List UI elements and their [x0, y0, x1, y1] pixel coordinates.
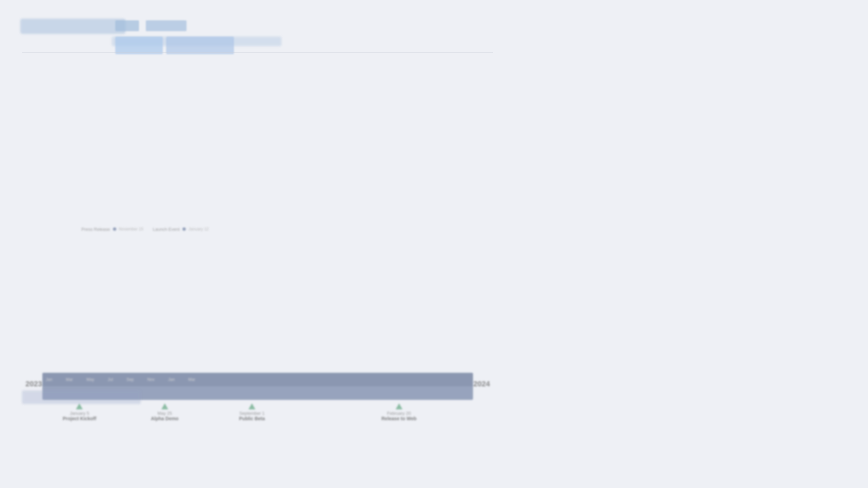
- header-blur-1: [115, 20, 139, 31]
- press-release-text: Press Release: [81, 227, 110, 232]
- gantt-container: Develop PoC Development Validation Conte…: [22, 53, 493, 53]
- press-dot-1: [113, 227, 116, 231]
- tab-blur-1: [115, 37, 163, 54]
- tab-blur-2: [166, 37, 234, 54]
- milestone-alpha: May 25 Alpha Demo: [151, 403, 179, 421]
- release-title: Release to Web: [381, 416, 416, 421]
- top-nav-blur: [20, 19, 125, 34]
- milestone-release: February 20 Release to Web: [381, 403, 416, 421]
- main-container: Develop PoC Development Validation Conte…: [0, 0, 868, 488]
- alpha-title: Alpha Demo: [151, 416, 179, 421]
- beta-date: September 1: [239, 411, 265, 416]
- market-row-blur: [22, 390, 141, 404]
- alpha-date: May 25: [151, 411, 179, 416]
- beta-title: Public Beta: [239, 416, 265, 421]
- press-row-blur: Press Release November 15 Launch Event J…: [81, 224, 387, 234]
- year-right: 2024: [473, 380, 490, 388]
- row-poc: Mar 2 - Apr 12 Prototype: [103, 53, 493, 53]
- milestone-beta: September 1 Public Beta: [239, 403, 265, 421]
- press-january: January 12: [189, 227, 209, 231]
- milestone-kickoff: January 5 Project Kickoff: [63, 403, 96, 421]
- release-date: February 20: [381, 411, 416, 416]
- launch-event-text: Launch Event: [153, 227, 180, 232]
- press-november: November 15: [119, 227, 143, 231]
- develop-label: Develop: [28, 53, 37, 53]
- row-label-poc: PoC: [43, 53, 102, 53]
- year-left: 2023: [25, 380, 42, 388]
- kickoff-date: January 5: [63, 411, 96, 416]
- press-dot-2: [182, 227, 186, 231]
- header-blur-2: [146, 20, 186, 31]
- kickoff-title: Project Kickoff: [63, 416, 96, 421]
